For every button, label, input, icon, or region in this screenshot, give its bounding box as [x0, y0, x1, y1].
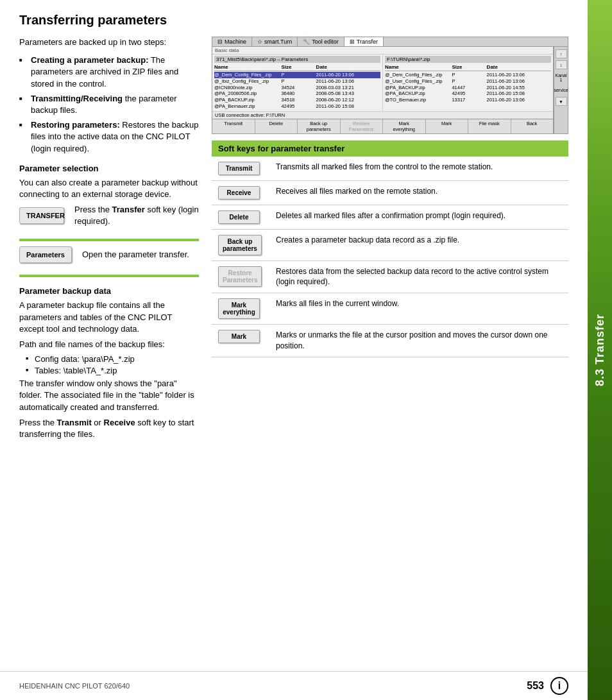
softkey-label-backup[interactable]: Back upparameters [218, 235, 262, 255]
softkey-desc-backup-text: Creates a parameter backup data record a… [276, 235, 459, 244]
path-item-1: Config data: \para\PA_*.zip [26, 354, 199, 364]
footer-text: HEIDENHAIN CNC PILOT 620/640 [19, 682, 130, 690]
softkey-label-transmit[interactable]: Transmit [218, 162, 260, 175]
softkey-row-delete: Delete Deletes all marked files after a … [212, 205, 568, 229]
softkey-desc-mark-everything-text: Marks all files in the current window. [276, 299, 399, 308]
smartturn-tab-label: smart.Turn [264, 38, 292, 45]
name-header: Name [214, 64, 278, 70]
param-backup-text1: A parameter backup file contains all the… [19, 300, 199, 335]
left-file-row-3: @ICN800note.zip 34524 2008-03-03 13:21 [214, 85, 380, 91]
green-divider-2 [19, 275, 199, 277]
softkey-desc-mark-everything: Marks all files in the current window. [269, 293, 568, 325]
transfer-tab-icon: ⊞ [350, 38, 355, 45]
machine-tab[interactable]: ⊟ Machine [212, 37, 252, 46]
ui-softkeys-bar: Transmit Delete Back upparameters Restor… [212, 119, 553, 133]
softkey-cell-receive: Receive [212, 180, 269, 205]
softkey-cell-mark: Mark [212, 325, 269, 357]
left-file-row-1: @_Dem_Config_Files_.zip P 2011-06-20 13:… [214, 72, 380, 78]
ui-mark-everything-key[interactable]: Markeverything [383, 119, 426, 133]
transfer-tab-label: Transfer [357, 38, 378, 45]
tool-editor-tab-icon: 🔧 [303, 38, 310, 45]
softkeys-section-title: Soft keys for parameter transfer [212, 141, 568, 157]
left-file-row-4: @PA_20080506.zip 36480 2008-05-08 13:43 [214, 90, 380, 97]
right-file-row-2: @_User_Config_Files_.zip P 2011-06-20 13… [385, 78, 551, 85]
smartturn-tab-icon: ☆ [257, 38, 262, 45]
right-file-row-5: @TO_Bernauer.zip 13317 2011-06-20 13:06 [385, 97, 551, 103]
date-header: Date [316, 64, 380, 70]
ui-restore-key[interactable]: RestoreParameters [341, 119, 384, 133]
parameter-selection-text: You can also create a parameter backup w… [19, 177, 199, 200]
step-2-desc: Open the parameter transfer. [82, 249, 189, 260]
softkey-desc-delete-text: Deletes all marked files after a confirm… [276, 211, 506, 220]
param-backup-text3: The transfer window only shows the "para… [19, 378, 199, 413]
ui-icon-btn-2[interactable]: ↕ [556, 60, 567, 69]
page-title: Transferring parameters [19, 13, 568, 28]
ui-file-mask-key[interactable]: File mask [468, 119, 511, 133]
right-file-row-1: @_Dem_Config_Files_.zip P 2011-06-20 13:… [385, 72, 551, 78]
ui-screenshot-panel: ⊟ Machine ☆ smart.Turn 🔧 Tool editor ⊞ T… [212, 37, 568, 134]
smartturn-tab[interactable]: ☆ smart.Turn [252, 37, 298, 46]
transfer-bold: Transfer [112, 205, 145, 214]
path-item-2: Tables: \table\TA_*.zip [26, 366, 199, 375]
right-sidebar: 8.3 Transfer [588, 0, 612, 700]
softkey-row-mark-everything: Markeverything Marks all files in the cu… [212, 293, 568, 325]
ui-delete-key[interactable]: Delete [255, 119, 298, 133]
service-label: service [554, 88, 568, 92]
softkey-row-backup: Back upparameters Creates a parameter ba… [212, 229, 568, 260]
softkey-label-restore[interactable]: RestoreParameters [218, 266, 262, 287]
basic-data-label: Basic data [212, 47, 553, 55]
ui-tabs: ⊟ Machine ☆ smart.Turn 🔧 Tool editor ⊞ T… [212, 37, 568, 47]
softkeys-section: Soft keys for parameter transfer Transmi… [212, 141, 568, 357]
softkey-row-receive: Receive Receives all files marked on the… [212, 180, 568, 205]
info-icon: i [550, 677, 568, 695]
param-backup-text4: Press the Transmit or Receive soft key t… [19, 417, 199, 440]
right-path-bar: F:\TURN\para\*.zip [385, 56, 551, 63]
left-column: Parameters are backed up in two steps: C… [19, 37, 199, 444]
left-path-bar: 371_Mist5\Back\para\*.zip – Parameters [214, 56, 380, 63]
softkey-row-restore: RestoreParameters Restores data from the… [212, 260, 568, 293]
left-file-row-6: @PA_Bernauer.zip 42495 2011-06-20 15:08 [214, 103, 380, 110]
softkey-label-delete[interactable]: Delete [218, 210, 260, 224]
ui-icon-btn-3[interactable]: ▼ [556, 97, 567, 106]
softkey-label-mark-everything[interactable]: Markeverything [218, 298, 260, 319]
softkey-desc-receive: Receives all files marked on the remote … [269, 180, 568, 205]
softkey-cell-transmit: Transmit [212, 157, 269, 181]
ui-left-panel: Basic data 371_Mist5\Back\para\*.zip – P… [212, 47, 554, 133]
softkey-label-receive[interactable]: Receive [218, 186, 260, 200]
ui-back-key[interactable]: Back [511, 119, 554, 133]
softkey-desc-mark: Marks or unmarks the file at the cursor … [269, 325, 568, 357]
softkey-desc-mark-text: Marks or unmarks the file at the cursor … [276, 330, 548, 350]
softkey-desc-backup: Creates a parameter backup data record a… [269, 229, 568, 260]
bullet-bold-3: Restoring parameters: [31, 120, 120, 130]
ui-mark-key[interactable]: Mark [426, 119, 469, 133]
ui-transmit-key[interactable]: Transmit [212, 119, 255, 133]
right-file-row-3: @PA_BACKUP.zip 41447 2011-06-20 14:55 [385, 85, 551, 91]
transfer-tab[interactable]: ⊞ Transfer [344, 37, 384, 46]
green-divider-1 [19, 239, 199, 241]
transmit-bold: Transmit [57, 418, 92, 427]
softkey-cell-delete: Delete [212, 205, 269, 229]
ui-icon-btn-1[interactable]: ↑ [556, 49, 567, 58]
sidebar-label: 8.3 Transfer [593, 314, 607, 386]
softkey-cell-backup: Back upparameters [212, 229, 269, 260]
step-2: Parameters Open the parameter transfer. [19, 246, 199, 263]
transfer-key[interactable]: TRANSFER [19, 207, 64, 224]
kanal-label: Kanal 1 [554, 73, 568, 82]
machine-tab-icon: ⊟ [217, 38, 223, 45]
softkey-label-mark[interactable]: Mark [218, 330, 260, 343]
receive-bold: Receive [104, 418, 135, 427]
bullet-bold-2: Transmitting/Receiving [31, 94, 123, 103]
right-size-header: Size [452, 64, 484, 70]
bottom-right: 553 i [527, 677, 568, 695]
parameter-selection-heading: Parameter selection [19, 164, 199, 173]
two-column-layout: Parameters are backed up in two steps: C… [19, 37, 568, 444]
parameters-key[interactable]: Parameters [19, 246, 72, 263]
softkey-cell-mark-everything: Markeverything [212, 293, 269, 325]
tool-editor-tab[interactable]: 🔧 Tool editor [298, 37, 344, 46]
step-1-desc: Press the Transfer soft key (login requi… [74, 204, 199, 227]
tool-editor-tab-label: Tool editor [312, 38, 339, 45]
softkey-cell-restore: RestoreParameters [212, 260, 269, 293]
size-header: Size [281, 64, 313, 70]
softkey-desc-restore-text: Restores data from the selected backup d… [276, 267, 548, 287]
ui-backup-key[interactable]: Back upparameters [298, 119, 341, 133]
